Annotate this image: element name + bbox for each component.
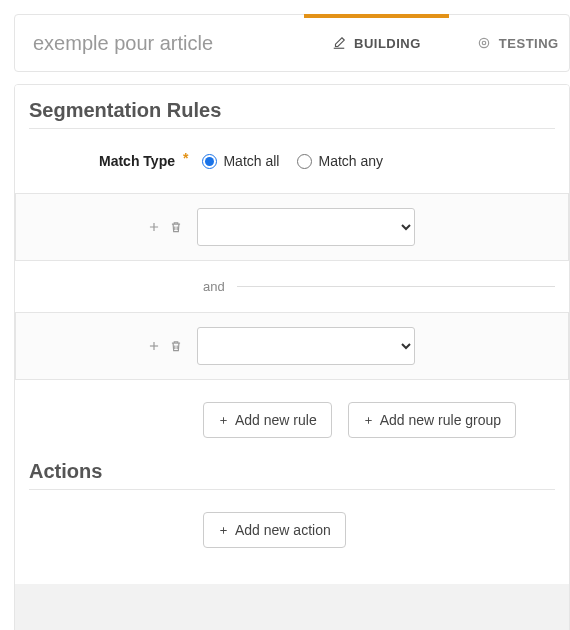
match-type-label: Match Type <box>99 153 175 169</box>
tab-label: TESTING <box>499 36 559 51</box>
match-type-row: Match Type * Match all Match any <box>29 129 555 193</box>
connector-line <box>237 286 555 287</box>
main-panel: Segmentation Rules Match Type * Match al… <box>14 84 570 630</box>
radio-match-all[interactable]: Match all <box>202 153 279 169</box>
actions-title: Actions <box>29 460 555 490</box>
radio-match-any-input[interactable] <box>297 154 312 169</box>
rule-field-select[interactable] <box>197 327 415 365</box>
button-label: Add new rule group <box>380 412 501 428</box>
tab-testing[interactable]: TESTING <box>449 15 570 71</box>
rule-buttons-row: Add new rule Add new rule group <box>29 380 555 460</box>
radio-match-all-input[interactable] <box>202 154 217 169</box>
action-buttons-row: Add new action <box>29 490 555 570</box>
required-marker: * <box>183 150 188 166</box>
tab-label: BUILDING <box>354 36 421 51</box>
plus-icon <box>363 415 374 426</box>
connector-label: and <box>203 279 225 294</box>
radio-label: Match any <box>318 153 383 169</box>
trash-icon[interactable] <box>167 337 185 355</box>
trash-icon[interactable] <box>167 218 185 236</box>
segment-title-input[interactable] <box>15 15 304 71</box>
button-label: Add new rule <box>235 412 317 428</box>
segmentation-title: Segmentation Rules <box>29 99 555 129</box>
match-type-radio-group: Match all Match any <box>202 153 383 169</box>
target-icon <box>477 36 491 50</box>
radio-match-any[interactable]: Match any <box>297 153 383 169</box>
radio-label: Match all <box>223 153 279 169</box>
plus-icon <box>218 525 229 536</box>
rule-row <box>15 193 569 261</box>
rule-connector: and <box>203 279 555 294</box>
add-rule-button[interactable]: Add new rule <box>203 402 332 438</box>
svg-point-1 <box>482 41 486 45</box>
add-icon[interactable] <box>145 218 163 236</box>
svg-point-0 <box>479 38 488 47</box>
rule-field-select[interactable] <box>197 208 415 246</box>
header-bar: BUILDING TESTING <box>14 14 570 72</box>
add-icon[interactable] <box>145 337 163 355</box>
rule-row <box>15 312 569 380</box>
add-action-button[interactable]: Add new action <box>203 512 346 548</box>
button-label: Add new action <box>235 522 331 538</box>
panel-footer <box>15 584 569 630</box>
edit-icon <box>332 36 346 50</box>
tab-building[interactable]: BUILDING <box>304 15 449 71</box>
add-rule-group-button[interactable]: Add new rule group <box>348 402 516 438</box>
plus-icon <box>218 415 229 426</box>
